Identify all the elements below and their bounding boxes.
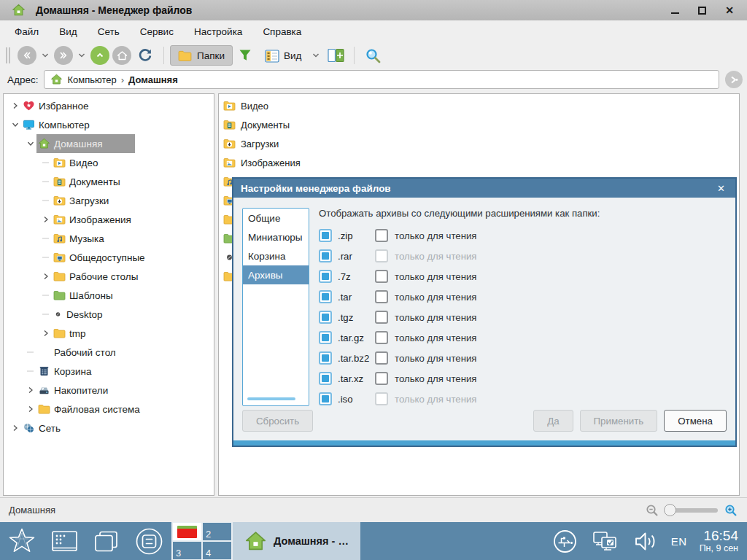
up-button[interactable]: [90, 46, 109, 65]
archive-tarxz-checkbox[interactable]: [319, 372, 332, 385]
dialog-titlebar[interactable]: Настройки менеджера файлов ✕: [233, 179, 735, 198]
sidebar-item-images[interactable]: Изображения: [4, 210, 214, 229]
menu-network[interactable]: Сеть: [89, 23, 128, 40]
search-icon[interactable]: [364, 47, 382, 64]
pager-desktop-1[interactable]: [172, 522, 202, 541]
sidebar-item-computer[interactable]: Компьютер: [4, 115, 214, 134]
settings-tab-general[interactable]: Общие: [243, 209, 309, 228]
filter-icon[interactable]: [236, 47, 254, 64]
zoom-slider-handle[interactable]: [664, 504, 676, 516]
sidebar-item-desktop-file[interactable]: Desktop: [4, 305, 214, 324]
pager-desktop-4[interactable]: 4: [202, 541, 232, 560]
usb-tray-icon[interactable]: [551, 528, 578, 555]
back-button[interactable]: [18, 46, 36, 65]
go-button[interactable]: [725, 71, 743, 88]
yes-button[interactable]: Да: [533, 410, 573, 432]
sidebar-item-music[interactable]: Музыка: [4, 229, 214, 248]
archive-tgz-checkbox[interactable]: [319, 311, 332, 324]
readonly-targz-checkbox[interactable]: [375, 331, 388, 344]
pager-desktop-2[interactable]: 2: [202, 522, 232, 541]
sidebar-item-desktops[interactable]: Рабочие столы: [4, 267, 214, 286]
file-manager-launcher-icon[interactable]: [134, 526, 164, 556]
split-view-icon[interactable]: [327, 47, 344, 64]
readonly-tgz-checkbox[interactable]: [375, 311, 388, 324]
expander-collapsed-icon[interactable]: [25, 403, 36, 415]
sidebar-item-templates[interactable]: Шаблоны: [4, 286, 214, 305]
archive-7z-checkbox[interactable]: [319, 270, 332, 283]
readonly-7z-checkbox[interactable]: [375, 270, 388, 283]
keyboard-layout-indicator[interactable]: EN: [671, 535, 687, 548]
archive-iso-checkbox[interactable]: [319, 392, 332, 405]
breadcrumb-root[interactable]: Компьютер: [67, 74, 116, 85]
toolbar-grip[interactable]: [6, 47, 10, 63]
sidebar-item-home[interactable]: Домашняя: [4, 134, 214, 153]
home-button[interactable]: [112, 46, 131, 65]
view-mode-button[interactable]: Вид: [258, 45, 309, 66]
close-icon[interactable]: ✕: [725, 7, 734, 15]
file-item-images[interactable]: Изображения: [219, 153, 739, 172]
breadcrumb-current[interactable]: Домашняя: [128, 74, 178, 85]
network-tray-icon[interactable]: [591, 528, 621, 555]
expander-expanded-icon[interactable]: [25, 138, 36, 149]
pager-desktop-3[interactable]: 3: [172, 541, 202, 560]
readonly-tar-checkbox[interactable]: [375, 290, 388, 303]
sidebar-item-favorites[interactable]: Избранное: [4, 96, 214, 115]
forward-history-chevron-icon[interactable]: [77, 50, 87, 61]
menu-file[interactable]: Файл: [6, 23, 47, 40]
settings-tab-trash[interactable]: Корзина: [243, 246, 309, 265]
back-history-chevron-icon[interactable]: [40, 50, 50, 61]
maximize-icon[interactable]: [698, 7, 706, 15]
expander-collapsed-icon[interactable]: [9, 100, 21, 112]
sidebar-item-network[interactable]: Сеть: [4, 419, 214, 438]
volume-tray-icon[interactable]: [633, 529, 659, 553]
sidebar-item-documents[interactable]: Документы: [4, 172, 214, 191]
expander-expanded-icon[interactable]: [9, 119, 21, 131]
taskbar-window-button[interactable]: Домашняя - …: [233, 522, 360, 560]
file-item-video[interactable]: Видео: [219, 96, 739, 115]
view-mode-chevron-icon[interactable]: [311, 50, 321, 61]
readonly-tarbz2-checkbox[interactable]: [375, 351, 388, 365]
readonly-tarxz-checkbox[interactable]: [375, 372, 388, 385]
archive-rar-checkbox[interactable]: [319, 249, 332, 262]
sidebar-item-desktop[interactable]: Рабочий стол: [4, 343, 214, 362]
file-item-documents[interactable]: Документы: [219, 115, 739, 134]
cancel-button[interactable]: Отмена: [664, 410, 727, 432]
expander-collapsed-icon[interactable]: [40, 327, 52, 339]
menu-settings[interactable]: Настройка: [185, 23, 251, 40]
minimize-icon[interactable]: [671, 7, 679, 14]
start-menu-icon[interactable]: [7, 526, 36, 556]
menu-view[interactable]: Вид: [50, 23, 85, 40]
sidebar-item-drives[interactable]: Накопители: [4, 381, 214, 400]
archive-targz-checkbox[interactable]: [319, 331, 332, 344]
expander-collapsed-icon[interactable]: [25, 384, 36, 396]
readonly-zip-checkbox[interactable]: [375, 229, 388, 242]
expander-collapsed-icon[interactable]: [40, 214, 52, 225]
clock[interactable]: 16:54 Пн, 9 сен: [700, 529, 738, 554]
folders-toggle-button[interactable]: Папки: [170, 45, 233, 66]
sidebar-item-video[interactable]: Видео: [4, 153, 214, 172]
window-list-icon[interactable]: [93, 529, 120, 553]
sidebar-item-filesystem[interactable]: Файловая система: [4, 400, 214, 419]
archive-zip-checkbox[interactable]: [319, 229, 332, 242]
expander-collapsed-icon[interactable]: [40, 271, 52, 282]
address-input[interactable]: Компьютер › Домашняя: [44, 70, 719, 89]
refresh-icon[interactable]: [136, 47, 154, 64]
sidebar-item-public[interactable]: Общедоступные: [4, 248, 214, 267]
menu-help[interactable]: Справка: [254, 23, 310, 40]
zoom-in-icon[interactable]: [724, 503, 738, 518]
archive-tar-checkbox[interactable]: [319, 290, 332, 303]
dialog-close-icon[interactable]: ✕: [714, 183, 728, 194]
apply-button[interactable]: Применить: [580, 410, 658, 432]
category-list-scroll-indicator[interactable]: [247, 397, 295, 400]
forward-button[interactable]: [54, 46, 73, 65]
reset-button[interactable]: Сбросить: [242, 410, 313, 432]
zoom-out-icon[interactable]: [645, 503, 659, 518]
archive-tarbz2-checkbox[interactable]: [319, 351, 332, 365]
zoom-slider[interactable]: [665, 508, 718, 513]
expander-collapsed-icon[interactable]: [9, 422, 21, 434]
menu-tools[interactable]: Сервис: [131, 23, 182, 40]
sidebar-item-trash[interactable]: Корзина: [4, 362, 214, 381]
settings-tab-archives[interactable]: Архивы: [243, 265, 309, 284]
settings-tab-thumbnails[interactable]: Миниатюры: [243, 228, 309, 246]
sidebar-item-tmp[interactable]: tmp: [4, 324, 214, 343]
